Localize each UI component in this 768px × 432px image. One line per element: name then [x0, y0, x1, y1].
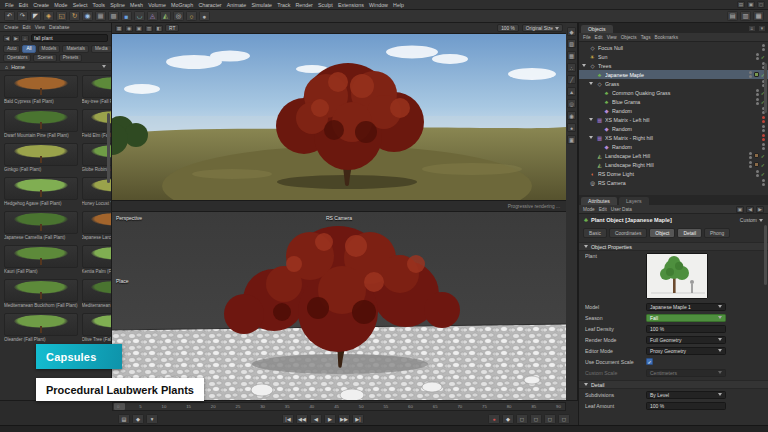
object-row[interactable]: ◆Random [579, 124, 768, 133]
visibility-dot[interactable] [762, 147, 765, 150]
visibility-dots[interactable] [762, 116, 765, 123]
render-viewport[interactable] [112, 34, 566, 200]
visibility-dots[interactable] [762, 143, 765, 150]
record-scale-icon[interactable]: ◻ [530, 414, 542, 424]
visibility-dots[interactable] [762, 179, 765, 186]
visibility-dots[interactable] [756, 53, 759, 60]
lock-icon[interactable]: ▣ [736, 206, 744, 213]
dropdown[interactable]: By Level [646, 391, 726, 399]
capture-icon[interactable]: ▣ [567, 135, 576, 144]
number-field[interactable]: 100 % [646, 402, 726, 410]
material-tag-icon[interactable] [754, 153, 759, 158]
visibility-dots[interactable] [756, 89, 759, 96]
menu-track[interactable]: Track [275, 2, 292, 8]
visibility-dot[interactable] [749, 71, 752, 74]
forward-icon[interactable]: ▶ [12, 35, 20, 42]
history-back-icon[interactable]: ◀ [746, 206, 754, 213]
current-frame-marker[interactable] [114, 403, 125, 410]
menu-help[interactable]: Help [391, 2, 406, 8]
visibility-dots[interactable] [756, 170, 759, 177]
attr-tab-detail[interactable]: Detail [677, 228, 702, 238]
visibility-dot[interactable] [756, 170, 759, 173]
object-row[interactable]: ▦XS Matrix - Right hill [579, 133, 768, 142]
filter-materials[interactable]: Materials [62, 45, 89, 53]
timeline-mode-icon[interactable]: ▤ [118, 414, 130, 424]
visibility-dot[interactable] [756, 102, 759, 105]
visibility-dots[interactable] [749, 161, 752, 168]
subdivision-icon[interactable]: ◬ [147, 11, 158, 21]
menu-character[interactable]: Character [196, 2, 223, 8]
polygons-mode-icon[interactable]: ▲ [567, 87, 576, 96]
visibility-dot[interactable] [762, 116, 765, 119]
visibility-dot[interactable] [756, 89, 759, 92]
filter-presets[interactable]: Presets [59, 54, 83, 62]
autokey-record-icon[interactable]: ● [488, 414, 500, 424]
object-row[interactable]: ◆Random [579, 106, 768, 115]
layout-animate-icon[interactable]: ▥ [740, 11, 751, 21]
visibility-dot[interactable] [762, 129, 765, 132]
enabled-check-icon[interactable]: ✓ [761, 162, 765, 168]
perspective-viewport[interactable]: Perspective RS Camera Place [112, 212, 566, 400]
layout-float-icon[interactable]: ◻ [757, 1, 765, 8]
menu-mograph[interactable]: MoGraph [169, 2, 195, 8]
snapshot-icon[interactable]: ▣ [135, 25, 143, 32]
attr-tab-coordinates[interactable]: Coordinates [609, 228, 647, 238]
region-icon[interactable]: ◧ [155, 25, 163, 32]
asset-plant-tile[interactable]: Kauri (Fall Plant) [3, 244, 79, 276]
record-position-icon[interactable]: ◻ [516, 414, 528, 424]
filter-auto[interactable]: Auto [3, 45, 20, 53]
visibility-dots[interactable] [762, 134, 765, 141]
back-icon[interactable]: ◀ [3, 35, 11, 42]
dropdown[interactable]: Proxy Geometry [646, 347, 726, 355]
asset-plant-tile[interactable]: Mediterranean Buckthorn (Fall Plant) [3, 278, 79, 310]
enabled-check-icon[interactable]: ✓ [761, 171, 765, 177]
preset-dropdown[interactable]: Custom [740, 217, 763, 223]
object-row[interactable]: ◇Trees [579, 61, 768, 70]
objects-menu-file[interactable]: File [583, 35, 591, 40]
enabled-check-icon[interactable]: ✓ [761, 153, 765, 159]
objects-menu-objects[interactable]: Objects [621, 35, 637, 40]
playback-options-icon[interactable]: ▾ [146, 414, 158, 424]
expand-arrow-icon[interactable] [588, 118, 594, 121]
visibility-dot[interactable] [749, 156, 752, 159]
asset-plant-tile[interactable]: Hedgehog Agave (Fall Plant) [3, 176, 79, 208]
breadcrumb-label[interactable]: Home [11, 64, 25, 70]
attr-menu-mode[interactable]: Mode [583, 207, 595, 212]
dropdown[interactable]: Japanese Maple 1 [646, 303, 726, 311]
spline-pen-icon[interactable]: ◡ [134, 11, 145, 21]
dropdown[interactable]: Centimeters [646, 369, 726, 377]
redo-icon[interactable]: ↷ [17, 11, 28, 21]
home-icon[interactable]: ⌂ [21, 35, 29, 42]
camera-object-icon[interactable]: ◎ [173, 11, 184, 21]
objects-menu-edit[interactable]: Edit [595, 35, 603, 40]
layout-standard-icon[interactable]: ▤ [727, 11, 738, 21]
visibility-dot[interactable] [762, 44, 765, 47]
move-tool-icon[interactable]: ◈ [43, 11, 54, 21]
expand-arrow-icon[interactable] [588, 136, 594, 139]
landscape-object-icon[interactable]: ◭ [160, 11, 171, 21]
asset-scrollbar[interactable] [107, 113, 110, 183]
menu-file[interactable]: File [3, 2, 16, 8]
visibility-dot[interactable] [762, 134, 765, 137]
objects-menu-bookmarks[interactable]: Bookmarks [655, 35, 678, 40]
timeline-ruler[interactable]: 051015202530354045505560657075808590 [112, 402, 566, 411]
attr-tab-object[interactable]: Object [649, 228, 675, 238]
menu-animate[interactable]: Animate [225, 2, 249, 8]
asset-plant-tile[interactable]: Japanese Larch (Fall Plant) [81, 210, 111, 242]
filter-models[interactable]: Models [38, 45, 61, 53]
goto-end-button[interactable]: ▶| [352, 414, 364, 424]
search-input[interactable] [31, 34, 108, 42]
plant-preview-thumbnail[interactable] [646, 253, 708, 299]
workplane-mode-icon[interactable]: ▦ [567, 51, 576, 60]
edges-mode-icon[interactable]: ╱ [567, 75, 576, 84]
panel-collapse-icon[interactable]: ▾ [758, 25, 766, 32]
visibility-dots[interactable] [749, 152, 752, 159]
visibility-dot[interactable] [756, 57, 759, 60]
visibility-dot[interactable] [756, 174, 759, 177]
ipr-icon[interactable]: ◉ [125, 25, 133, 32]
menu-render[interactable]: Render [293, 2, 315, 8]
objects-scrollbar[interactable] [764, 63, 767, 113]
asset-plant-tile[interactable]: Ginkgo (Fall Plant) [3, 142, 79, 174]
tab-layers[interactable]: Layers [619, 197, 649, 205]
cube-primitive-icon[interactable]: ■ [121, 11, 132, 21]
